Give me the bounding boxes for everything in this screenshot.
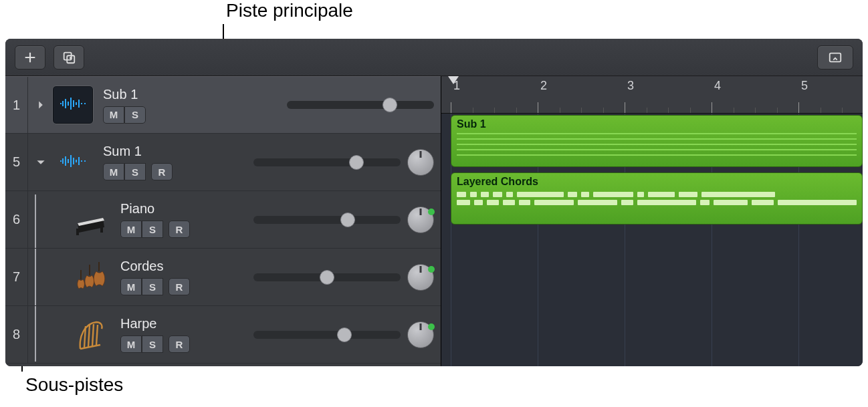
ruler-tick bbox=[451, 102, 451, 113]
callout-main-track: Piste principale bbox=[226, 0, 353, 21]
mute-button[interactable]: M bbox=[103, 106, 124, 124]
ruler-bar-number: 3 bbox=[627, 79, 634, 93]
svg-line-10 bbox=[92, 324, 94, 346]
solo-button[interactable]: S bbox=[124, 106, 146, 124]
ruler-bar-number: 5 bbox=[801, 79, 808, 93]
record-enable-button[interactable]: R bbox=[169, 335, 190, 353]
track-icon[interactable] bbox=[52, 143, 94, 182]
ruler-bar-number: 2 bbox=[540, 79, 547, 93]
track-icon[interactable] bbox=[70, 315, 111, 354]
duplicate-icon bbox=[62, 50, 76, 65]
ruler-subtick bbox=[777, 108, 778, 113]
track-row[interactable]: 6PianoMSR bbox=[5, 191, 441, 249]
ruler-subtick bbox=[581, 108, 582, 113]
tracks-panel: 1Sub 1MS5Sum 1MSR6PianoMSR7CordesMSR8Har… bbox=[5, 76, 441, 366]
ruler-tick bbox=[538, 102, 538, 113]
volume-slider[interactable] bbox=[253, 216, 401, 224]
ruler-subtick bbox=[734, 108, 734, 113]
strings-icon bbox=[72, 259, 109, 296]
slider-thumb[interactable] bbox=[320, 270, 334, 285]
pan-knob[interactable] bbox=[407, 149, 434, 176]
pan-knob[interactable] bbox=[407, 264, 434, 291]
mute-button[interactable]: M bbox=[120, 221, 142, 238]
daw-window: 1Sub 1MS5Sum 1MSR6PianoMSR7CordesMSR8Har… bbox=[5, 39, 863, 366]
ruler-subtick bbox=[647, 108, 647, 113]
record-enable-button[interactable]: R bbox=[169, 278, 190, 295]
timeline-arrange-area[interactable]: 12345 Sub 1Layered Chords bbox=[441, 76, 863, 366]
waveform bbox=[457, 133, 857, 158]
region-label: Layered Chords bbox=[457, 176, 857, 188]
track-row[interactable]: 7CordesMSR bbox=[5, 249, 441, 306]
track-name[interactable]: Harpe bbox=[120, 316, 207, 331]
mute-button[interactable]: M bbox=[103, 163, 124, 180]
record-enable-button[interactable]: R bbox=[151, 163, 173, 180]
slider-thumb[interactable] bbox=[383, 98, 397, 112]
ruler-subtick bbox=[516, 108, 517, 113]
ruler-subtick bbox=[560, 108, 560, 113]
ruler-subtick bbox=[603, 108, 604, 113]
track-number: 5 bbox=[5, 134, 28, 190]
ruler-tick bbox=[798, 102, 799, 113]
audio-region[interactable]: Sub 1 bbox=[451, 115, 863, 167]
ruler-subtick bbox=[690, 108, 691, 113]
svg-rect-3 bbox=[76, 229, 79, 235]
harp-icon bbox=[72, 316, 109, 354]
volume-slider[interactable] bbox=[287, 101, 434, 109]
ruler-subtick bbox=[842, 108, 843, 113]
track-row[interactable]: 8HarpeMSR bbox=[5, 306, 441, 364]
track-number: 6 bbox=[5, 191, 28, 248]
region-label: Sub 1 bbox=[457, 118, 857, 130]
midi-region[interactable]: Layered Chords bbox=[451, 172, 863, 225]
track-name[interactable]: Sum 1 bbox=[103, 144, 190, 159]
timeline-ruler[interactable]: 12345 bbox=[441, 76, 863, 114]
chevron-down-icon[interactable] bbox=[32, 154, 49, 171]
plus-icon bbox=[23, 50, 37, 65]
ruler-subtick bbox=[821, 108, 821, 113]
ruler-bar-number: 1 bbox=[453, 79, 460, 93]
track-icon[interactable] bbox=[70, 200, 111, 239]
solo-button[interactable]: S bbox=[142, 221, 163, 238]
track-name[interactable]: Piano bbox=[120, 201, 207, 217]
pan-knob[interactable] bbox=[407, 207, 434, 233]
audio-wave-icon bbox=[59, 153, 87, 172]
slider-thumb[interactable] bbox=[340, 213, 355, 227]
ruler-subtick bbox=[494, 108, 495, 113]
record-enable-button[interactable]: R bbox=[169, 221, 190, 238]
pan-knob[interactable] bbox=[407, 321, 434, 348]
ruler-subtick bbox=[755, 108, 756, 113]
ruler-subtick bbox=[668, 108, 669, 113]
track-number: 1 bbox=[5, 77, 28, 133]
volume-slider[interactable] bbox=[253, 331, 401, 339]
volume-slider[interactable] bbox=[253, 158, 401, 166]
add-track-button[interactable] bbox=[15, 45, 45, 70]
solo-button[interactable]: S bbox=[142, 278, 163, 295]
solo-button[interactable]: S bbox=[142, 335, 163, 353]
audio-wave-icon bbox=[59, 96, 87, 114]
piano-icon bbox=[72, 201, 109, 239]
slider-thumb[interactable] bbox=[349, 155, 364, 170]
duplicate-track-button[interactable] bbox=[53, 45, 84, 70]
volume-slider[interactable] bbox=[253, 273, 401, 281]
track-row[interactable]: 1Sub 1MS bbox=[5, 76, 441, 134]
ruler-tick bbox=[625, 102, 625, 113]
track-name[interactable]: Cordes bbox=[120, 259, 207, 274]
track-number: 7 bbox=[5, 249, 28, 305]
svg-rect-4 bbox=[100, 225, 103, 233]
track-icon[interactable] bbox=[52, 86, 94, 124]
ruler-bar-number: 4 bbox=[714, 79, 721, 93]
svg-line-11 bbox=[96, 325, 98, 346]
mute-button[interactable]: M bbox=[120, 278, 142, 295]
track-row[interactable]: 5Sum 1MSR bbox=[5, 134, 441, 191]
track-icon[interactable] bbox=[70, 258, 111, 297]
track-name[interactable]: Sub 1 bbox=[103, 87, 190, 102]
callout-subtracks: Sous-pistes bbox=[25, 374, 123, 396]
chevron-right-icon[interactable] bbox=[32, 96, 49, 114]
collapse-tracks-button[interactable] bbox=[817, 45, 853, 70]
slider-thumb[interactable] bbox=[337, 327, 352, 342]
ruler-tick bbox=[712, 102, 712, 113]
ruler-subtick bbox=[473, 108, 473, 113]
midi-notes bbox=[457, 192, 857, 205]
solo-button[interactable]: S bbox=[124, 163, 146, 180]
mute-button[interactable]: M bbox=[120, 335, 142, 353]
tracks-toolbar bbox=[5, 39, 863, 76]
